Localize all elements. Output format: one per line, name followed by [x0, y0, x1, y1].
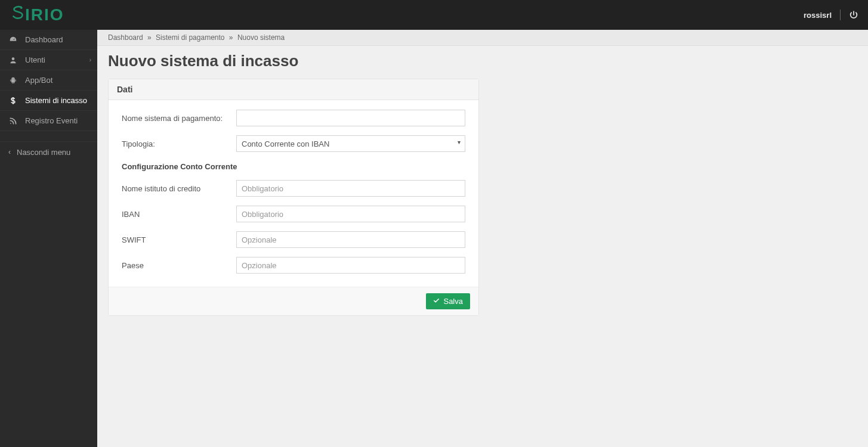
sidebar-item-label: App/Bot	[25, 76, 52, 85]
sidebar-collapse[interactable]: ‹ Nascondi menu	[0, 142, 97, 162]
label-swift: SWIFT	[122, 235, 236, 244]
sidebar-item-label: Dashboard	[25, 35, 63, 44]
sidebar-spacer	[0, 131, 97, 142]
brand-text: IRIO	[25, 5, 64, 24]
sidebar-item-dashboard[interactable]: Dashboard	[0, 30, 97, 50]
select-tipologia[interactable]: Conto Corrente con IBAN	[236, 135, 465, 152]
svg-point-2	[12, 57, 15, 60]
sidebar-item-label: Registro Eventi	[25, 116, 78, 125]
sidebar-item-sistemi-incasso[interactable]: Sistemi di incasso	[0, 91, 97, 111]
main: Dashboard » Sistemi di pagamento » Nuovo…	[97, 30, 868, 447]
dashboard-icon	[8, 36, 18, 44]
subheader-configurazione: Configurazione Conto Corrente	[122, 161, 465, 171]
breadcrumb-item[interactable]: Dashboard	[108, 33, 143, 42]
input-iban[interactable]	[236, 206, 465, 222]
dollar-icon	[8, 97, 18, 105]
breadcrumb-sep: »	[147, 33, 152, 42]
chevron-left-icon: ‹	[8, 148, 11, 156]
label-paese: Paese	[122, 261, 236, 270]
sidebar-item-label: Utenti	[25, 55, 45, 64]
check-icon	[433, 297, 440, 306]
breadcrumb: Dashboard » Sistemi di pagamento » Nuovo…	[97, 30, 868, 46]
logout-icon[interactable]	[849, 10, 858, 20]
topbar-divider	[840, 10, 841, 20]
label-nome-sistema: Nome sistema di pagamento:	[122, 114, 236, 123]
svg-point-0	[21, 7, 21, 8]
panel-header: Dati	[109, 79, 478, 100]
svg-rect-7	[14, 82, 14, 83]
logo-snake-icon	[11, 4, 26, 26]
label-iban: IBAN	[122, 210, 236, 219]
breadcrumb-item-current: Nuovo sistema	[237, 33, 285, 42]
label-tipologia: Tipologia:	[122, 139, 236, 148]
breadcrumb-sep: »	[229, 33, 233, 42]
sidebar-item-utenti[interactable]: Utenti ›	[0, 50, 97, 70]
svg-rect-1	[10, 40, 17, 41]
input-paese[interactable]	[236, 257, 465, 274]
label-istituto: Nome istituto di credito	[122, 184, 236, 193]
page-title: Nuovo sistema di incasso	[97, 46, 868, 79]
android-icon	[8, 76, 18, 85]
user-icon	[8, 56, 18, 64]
sidebar-item-label: Sistemi di incasso	[25, 96, 87, 105]
sidebar-item-appbot[interactable]: App/Bot	[0, 70, 97, 91]
input-nome-sistema[interactable]	[236, 110, 465, 126]
panel-body: Nome sistema di pagamento: Tipologia: Co…	[109, 100, 478, 287]
svg-rect-4	[10, 79, 11, 82]
sidebar: Dashboard Utenti › App/Bot Sistemi di in…	[0, 30, 97, 447]
save-button[interactable]: Salva	[426, 293, 470, 309]
svg-rect-5	[16, 79, 16, 82]
svg-point-8	[10, 123, 11, 124]
rss-icon	[8, 117, 18, 125]
svg-rect-3	[11, 79, 15, 82]
save-button-label: Salva	[443, 297, 463, 306]
input-istituto[interactable]	[236, 180, 465, 197]
chevron-right-icon: ›	[89, 57, 91, 63]
panel-footer: Salva	[109, 287, 478, 315]
topbar: IRIO rossisrl	[0, 0, 868, 30]
brand-logo[interactable]: IRIO	[11, 4, 64, 26]
username[interactable]: rossisrl	[804, 11, 832, 20]
sidebar-item-registro-eventi[interactable]: Registro Eventi	[0, 111, 97, 131]
sidebar-collapse-label: Nascondi menu	[17, 148, 70, 157]
breadcrumb-item[interactable]: Sistemi di pagamento	[156, 33, 224, 42]
input-swift[interactable]	[236, 231, 465, 248]
panel-dati: Dati Nome sistema di pagamento: Tipologi…	[108, 79, 479, 316]
svg-rect-6	[12, 82, 13, 83]
